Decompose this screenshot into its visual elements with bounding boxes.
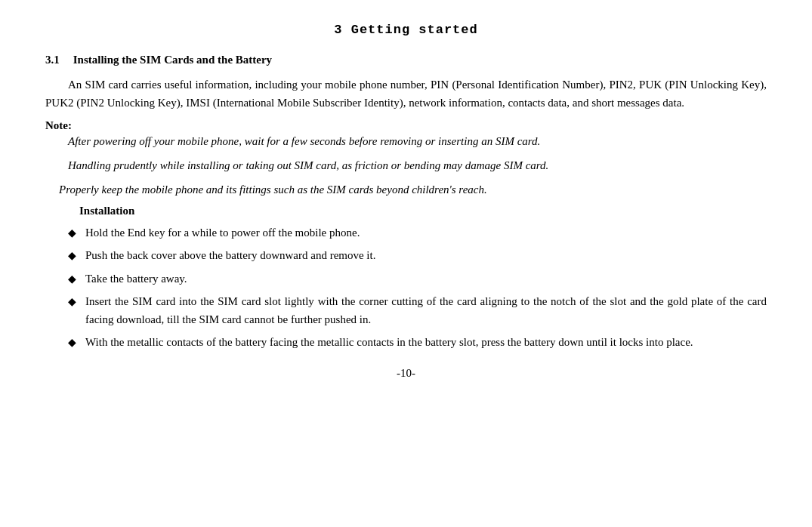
note-line-3: Properly keep the mobile phone and its f… xyxy=(45,180,767,199)
list-item: ◆ Hold the End key for a while to power … xyxy=(68,223,767,242)
list-item: ◆ Push the back cover above the battery … xyxy=(68,246,767,264)
bullet-icon: ◆ xyxy=(68,225,76,242)
list-item-text: With the metallic contacts of the batter… xyxy=(85,333,767,351)
intro-paragraph: An SIM card carries useful information, … xyxy=(45,76,767,112)
list-item-text: Take the battery away. xyxy=(85,270,767,288)
list-item: ◆ With the metallic contacts of the batt… xyxy=(68,333,767,351)
bullet-icon: ◆ xyxy=(68,334,76,351)
list-item-text: Insert the SIM card into the SIM card sl… xyxy=(85,292,767,328)
section-title: Installing the SIM Cards and the Battery xyxy=(73,54,272,66)
note-line-1: After powering off your mobile phone, wa… xyxy=(45,132,767,150)
note-line-2: Handling prudently while installing or t… xyxy=(45,156,767,174)
list-item: ◆ Insert the SIM card into the SIM card … xyxy=(68,292,767,328)
bullet-icon: ◆ xyxy=(68,271,76,288)
section-number: 3.1 xyxy=(45,54,60,66)
page-wrapper: 3 Getting started 3.1Installing the SIM … xyxy=(45,23,767,380)
section-heading: 3.1Installing the SIM Cards and the Batt… xyxy=(45,54,767,66)
list-item: ◆ Take the battery away. xyxy=(68,270,767,288)
bullet-icon: ◆ xyxy=(68,294,76,310)
page-title: 3 Getting started xyxy=(45,23,767,37)
installation-heading: Installation xyxy=(79,205,767,217)
page-footer: -10- xyxy=(45,367,767,380)
note-label: Note: xyxy=(45,119,767,132)
list-item-text: Hold the End key for a while to power of… xyxy=(85,223,767,242)
bullet-icon: ◆ xyxy=(68,248,76,264)
bullet-list: ◆ Hold the End key for a while to power … xyxy=(68,223,767,352)
list-item-text: Push the back cover above the battery do… xyxy=(85,246,767,264)
